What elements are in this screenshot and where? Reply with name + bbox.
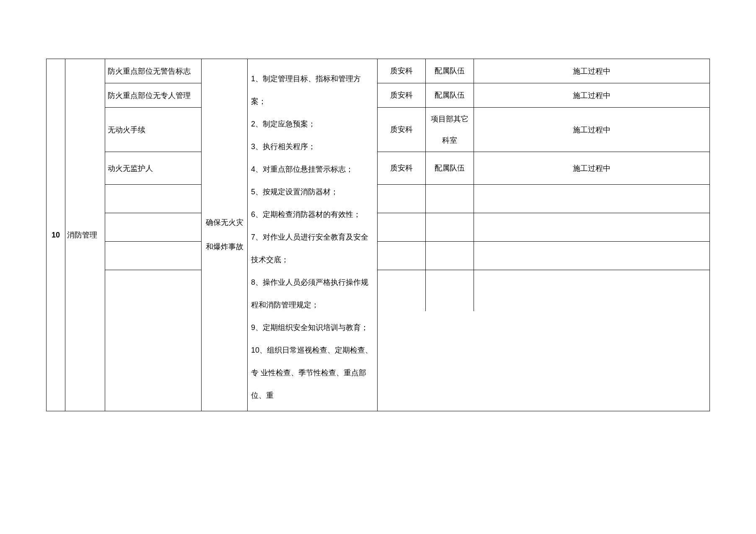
right-columns-group: 质安科 配属队伍 施工过程中 质安科 配属队伍 施工过程中 质安科 项目部其它科… xyxy=(378,59,709,411)
hazard-cell: 无动火手续 xyxy=(105,108,201,152)
time-cell: 施工过程中 xyxy=(474,83,709,107)
table-row: 质安科 配属队伍 施工过程中 xyxy=(378,59,709,83)
hazard-cell xyxy=(105,270,201,311)
dept-cell: 质安科 xyxy=(378,59,426,83)
time-cell xyxy=(474,185,709,213)
team-cell xyxy=(426,270,474,311)
time-cell: 施工过程中 xyxy=(474,108,709,152)
main-table: 10 消防管理 防火重点部位无警告标志 防火重点部位无专人管理 无动火手续 动火… xyxy=(46,59,710,411)
table-row xyxy=(378,213,709,242)
team-cell xyxy=(426,213,474,241)
time-cell: 施工过程中 xyxy=(474,152,709,184)
table-row: 质安科 项目部其它科室 施工过程中 xyxy=(378,108,709,152)
team-cell: 配属队伍 xyxy=(426,83,474,107)
time-cell: 施工过程中 xyxy=(474,59,709,83)
dept-cell: 质安科 xyxy=(378,108,426,152)
table-row: 质安科 配属队伍 施工过程中 xyxy=(378,83,709,108)
hazard-cell: 防火重点部位无专人管理 xyxy=(105,83,201,108)
table-row xyxy=(378,270,709,311)
target-cell: 确保无火灾和爆炸事故 xyxy=(202,59,248,411)
dept-cell xyxy=(378,242,426,270)
time-cell xyxy=(474,270,709,311)
team-cell: 配属队伍 xyxy=(426,59,474,83)
dept-cell xyxy=(378,270,426,311)
hazard-cell xyxy=(105,213,201,242)
measures-cell: 1、制定管理目标、指标和管理方案； 2、制定应急预案； 3、执行相关程序； 4、… xyxy=(248,59,378,411)
time-cell xyxy=(474,213,709,241)
team-cell xyxy=(426,185,474,213)
table-row xyxy=(378,185,709,213)
row-number-cell: 10 xyxy=(47,59,65,411)
dept-cell: 质安科 xyxy=(378,83,426,107)
dept-cell xyxy=(378,213,426,241)
hazard-cell xyxy=(105,185,201,213)
dept-cell xyxy=(378,185,426,213)
category-cell: 消防管理 xyxy=(65,59,105,411)
table-row xyxy=(378,242,709,270)
hazard-cell: 防火重点部位无警告标志 xyxy=(105,59,201,83)
hazard-cell xyxy=(105,242,201,270)
team-cell xyxy=(426,242,474,270)
time-cell xyxy=(474,242,709,270)
table-row: 质安科 配属队伍 施工过程中 xyxy=(378,152,709,185)
team-cell: 项目部其它科室 xyxy=(426,108,474,152)
dept-cell: 质安科 xyxy=(378,152,426,184)
hazards-column: 防火重点部位无警告标志 防火重点部位无专人管理 无动火手续 动火无监护人 xyxy=(105,59,202,411)
hazard-cell: 动火无监护人 xyxy=(105,152,201,185)
team-cell: 配属队伍 xyxy=(426,152,474,184)
